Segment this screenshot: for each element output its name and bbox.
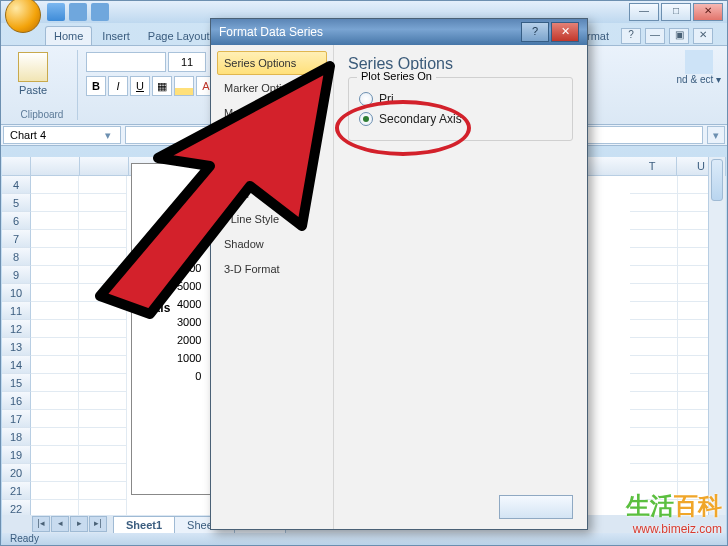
nav-3d-format[interactable]: 3-D Format (217, 257, 327, 281)
row-header[interactable]: 16 (2, 392, 31, 410)
cell[interactable] (79, 338, 127, 356)
cell[interactable] (630, 464, 678, 482)
cell[interactable] (79, 320, 127, 338)
col-header[interactable] (31, 157, 80, 175)
cell[interactable] (79, 212, 127, 230)
row-header[interactable]: 12 (2, 320, 31, 338)
sheet-nav-last[interactable]: ▸| (89, 516, 107, 532)
vertical-scrollbar[interactable] (708, 157, 725, 515)
cell[interactable] (31, 392, 79, 410)
sheet-tab[interactable]: Sheet1 (113, 516, 175, 533)
maximize-button[interactable]: □ (661, 3, 691, 21)
inner-minimize-button[interactable]: — (645, 28, 665, 44)
cell[interactable] (630, 230, 678, 248)
cell[interactable] (31, 374, 79, 392)
inner-restore-button[interactable]: ▣ (669, 28, 689, 44)
cell[interactable] (79, 446, 127, 464)
dialog-title-bar[interactable]: Format Data Series ? ✕ (211, 19, 587, 45)
row-header[interactable]: 14 (2, 356, 31, 374)
dialog-help-button[interactable]: ? (521, 22, 549, 42)
cell[interactable] (31, 176, 79, 194)
find-select-button[interactable]: nd & ect ▾ (677, 74, 721, 85)
row-header[interactable]: 13 (2, 338, 31, 356)
cell[interactable] (630, 482, 678, 500)
cell[interactable] (31, 446, 79, 464)
nav-marker-options[interactable]: Marker Options (217, 76, 327, 100)
sheet-nav-next[interactable]: ▸ (70, 516, 88, 532)
cell[interactable] (630, 338, 678, 356)
chevron-down-icon[interactable]: ▾ (102, 127, 114, 143)
italic-button[interactable]: I (108, 76, 128, 96)
cell[interactable] (31, 194, 79, 212)
cell[interactable] (31, 464, 79, 482)
cell[interactable] (31, 284, 79, 302)
radio-secondary-axis[interactable]: Secondary Axis (359, 112, 562, 126)
cell[interactable] (31, 482, 79, 500)
border-button[interactable]: ▦ (152, 76, 172, 96)
row-header[interactable]: 6 (2, 212, 31, 230)
font-size-selector[interactable]: 11 (168, 52, 206, 72)
nav-marker-fill[interactable]: Marker Fill (217, 101, 327, 125)
cell[interactable] (630, 446, 678, 464)
save-icon[interactable] (47, 3, 65, 21)
name-box[interactable]: Chart 4 ▾ (3, 126, 121, 144)
row-header[interactable]: 17 (2, 410, 31, 428)
row-header[interactable]: 10 (2, 284, 31, 302)
sheet-nav-first[interactable]: |◂ (32, 516, 50, 532)
cell[interactable] (79, 482, 127, 500)
cell[interactable] (630, 320, 678, 338)
bold-button[interactable]: B (86, 76, 106, 96)
minimize-button[interactable]: — (629, 3, 659, 21)
nav-line-color[interactable]: Color (217, 182, 327, 206)
cell[interactable] (630, 284, 678, 302)
cell[interactable] (79, 194, 127, 212)
row-header[interactable]: 21 (2, 482, 31, 500)
row-header[interactable]: 7 (2, 230, 31, 248)
col-header[interactable]: T (628, 157, 677, 175)
paste-button[interactable]: Paste (15, 52, 51, 96)
row-header[interactable]: 20 (2, 464, 31, 482)
cell[interactable] (630, 212, 678, 230)
cell[interactable] (79, 464, 127, 482)
inner-close-button[interactable]: ✕ (693, 28, 713, 44)
cell[interactable] (79, 248, 127, 266)
cell[interactable] (79, 428, 127, 446)
cell[interactable] (79, 374, 127, 392)
cell[interactable] (79, 356, 127, 374)
cell[interactable] (630, 248, 678, 266)
cell[interactable] (79, 230, 127, 248)
cell[interactable] (79, 392, 127, 410)
underline-button[interactable]: U (130, 76, 150, 96)
scroll-thumb[interactable] (711, 159, 723, 201)
fill-color-button[interactable] (174, 76, 194, 96)
cell[interactable] (630, 392, 678, 410)
tab-insert[interactable]: Insert (94, 27, 138, 45)
font-name-selector[interactable] (86, 52, 166, 72)
help-button[interactable]: ? (621, 28, 641, 44)
row-header[interactable]: 15 (2, 374, 31, 392)
cell[interactable] (79, 176, 127, 194)
cell[interactable] (31, 338, 79, 356)
cell[interactable] (630, 194, 678, 212)
nav-shadow[interactable]: Shadow (217, 232, 327, 256)
row-header[interactable]: 8 (2, 248, 31, 266)
row-header[interactable]: 4 (2, 176, 31, 194)
cell[interactable] (630, 410, 678, 428)
cell[interactable] (31, 428, 79, 446)
cell[interactable] (630, 428, 678, 446)
tab-home[interactable]: Home (45, 26, 92, 45)
undo-icon[interactable] (69, 3, 87, 21)
cell[interactable] (79, 302, 127, 320)
select-all-corner[interactable] (2, 157, 31, 175)
close-button[interactable]: ✕ (693, 3, 723, 21)
cell[interactable] (630, 374, 678, 392)
cell[interactable] (31, 410, 79, 428)
redo-icon[interactable] (91, 3, 109, 21)
cell[interactable] (79, 410, 127, 428)
nav-series-options[interactable]: Series Options (217, 51, 327, 75)
cell[interactable] (31, 212, 79, 230)
cell[interactable] (31, 248, 79, 266)
dialog-close-button[interactable]: ✕ (551, 22, 579, 42)
row-header[interactable]: 18 (2, 428, 31, 446)
row-header[interactable]: 5 (2, 194, 31, 212)
